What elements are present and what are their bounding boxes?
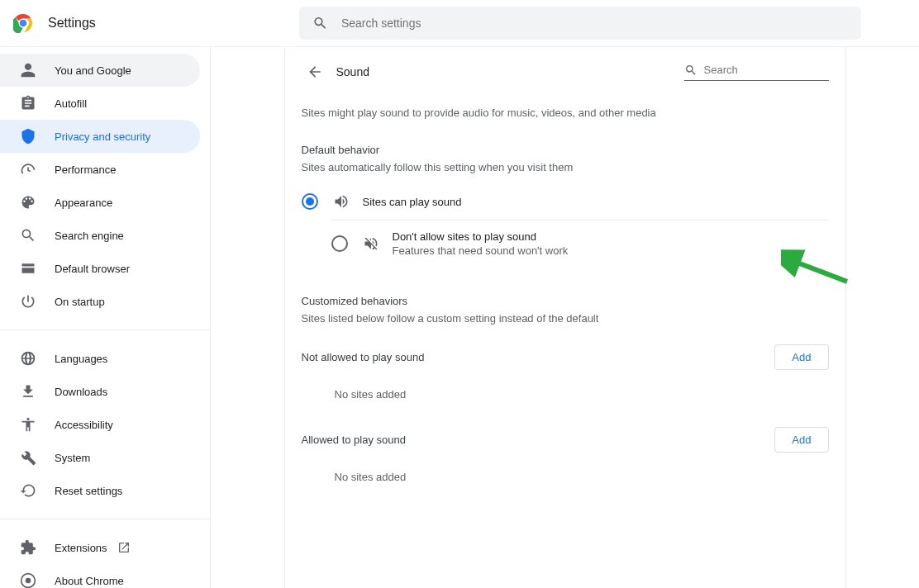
sidebar-item-label: Reset settings bbox=[55, 485, 122, 497]
sidebar-divider bbox=[0, 519, 210, 519]
download-icon bbox=[20, 383, 36, 400]
search-icon bbox=[684, 64, 698, 77]
sidebar-item-label: About Chrome bbox=[55, 575, 124, 587]
sidebar-item-label: On startup bbox=[55, 296, 105, 308]
default-behavior-subtitle: Sites automatically follow this setting … bbox=[302, 161, 829, 183]
add-allowed-button[interactable]: Add bbox=[774, 427, 828, 453]
search-icon bbox=[312, 15, 328, 31]
sidebar-item-label: Downloads bbox=[55, 386, 107, 398]
sidebar-item-label: Search engine bbox=[55, 230, 124, 242]
sidebar-item-appearance[interactable]: Appearance bbox=[0, 186, 200, 219]
sidebar-item-languages[interactable]: Languages bbox=[0, 342, 200, 375]
panel-search[interactable] bbox=[684, 64, 829, 81]
option-block-label: Don't allow sites to play sound bbox=[393, 230, 569, 243]
option-allow-sound[interactable]: Sites can play sound bbox=[302, 183, 829, 220]
sidebar-item-autofill[interactable]: Autofill bbox=[0, 87, 200, 120]
allowed-empty: No sites added bbox=[302, 462, 829, 500]
chrome-icon bbox=[20, 572, 36, 588]
sidebar-item-label: Default browser bbox=[55, 263, 130, 275]
sidebar-item-label: Appearance bbox=[55, 197, 112, 209]
palette-icon bbox=[20, 194, 36, 211]
svg-point-2 bbox=[20, 20, 27, 27]
option-allow-label: Sites can play sound bbox=[363, 196, 462, 208]
radio-checked-icon bbox=[302, 193, 318, 210]
not-allowed-label: Not allowed to play sound bbox=[302, 351, 425, 363]
arrow-back-icon bbox=[307, 64, 323, 80]
global-search[interactable] bbox=[299, 7, 861, 40]
sidebar-item-label: Privacy and security bbox=[55, 130, 150, 143]
sidebar-item-label: You and Google bbox=[55, 64, 131, 77]
extension-icon bbox=[20, 539, 36, 556]
sidebar-item-downloads[interactable]: Downloads bbox=[0, 375, 200, 408]
sidebar-item-reset-settings[interactable]: Reset settings bbox=[0, 474, 200, 507]
default-behavior-title: Default behavior bbox=[302, 139, 829, 161]
panel-search-input[interactable] bbox=[704, 64, 820, 76]
sidebar-item-search-engine[interactable]: Search engine bbox=[0, 219, 200, 252]
not-allowed-row: Not allowed to play sound Add bbox=[302, 334, 829, 380]
customized-behaviors-title: Customized behaviors bbox=[302, 290, 829, 312]
person-icon bbox=[20, 62, 36, 78]
volume-off-icon bbox=[363, 235, 379, 252]
add-not-allowed-button[interactable]: Add bbox=[774, 344, 828, 370]
sidebar-item-on-startup[interactable]: On startup bbox=[0, 285, 200, 318]
panel-title: Sound bbox=[336, 65, 369, 78]
restore-icon bbox=[20, 482, 36, 499]
open-in-new-icon bbox=[117, 541, 131, 554]
app-title: Settings bbox=[48, 16, 96, 31]
app-header: Settings bbox=[0, 0, 919, 46]
sound-settings-panel: Sound Sites might play sound to provide … bbox=[284, 47, 846, 588]
radio-unchecked-icon bbox=[331, 235, 348, 252]
customized-behaviors-subtitle: Sites listed below follow a custom setti… bbox=[302, 312, 829, 334]
global-search-input[interactable] bbox=[341, 17, 848, 30]
allowed-row: Allowed to play sound Add bbox=[302, 417, 829, 462]
search-icon bbox=[20, 227, 36, 244]
svg-point-4 bbox=[26, 578, 31, 584]
sidebar-item-label: Accessibility bbox=[55, 419, 113, 431]
sidebar-divider bbox=[0, 330, 210, 330]
sidebar-item-label: Languages bbox=[55, 353, 107, 365]
power-icon bbox=[20, 293, 36, 310]
chrome-logo-icon bbox=[13, 13, 33, 33]
sidebar-item-performance[interactable]: Performance bbox=[0, 153, 200, 186]
option-block-sublabel: Features that need sound won't work bbox=[393, 244, 569, 257]
assignment-icon bbox=[20, 95, 36, 111]
sidebar-item-extensions[interactable]: Extensions bbox=[0, 531, 200, 564]
allowed-label: Allowed to play sound bbox=[302, 434, 406, 446]
browser-icon bbox=[20, 260, 36, 277]
sidebar-item-default-browser[interactable]: Default browser bbox=[0, 252, 200, 285]
shield-icon bbox=[20, 128, 36, 145]
option-block-sound[interactable]: Don't allow sites to play sound Features… bbox=[331, 220, 829, 267]
speedometer-icon bbox=[20, 161, 36, 178]
back-button[interactable] bbox=[302, 59, 328, 85]
sidebar-item-label: Performance bbox=[55, 164, 116, 176]
sidebar-item-label: System bbox=[55, 452, 90, 464]
sidebar-item-accessibility[interactable]: Accessibility bbox=[0, 408, 200, 441]
content-area: Sound Sites might play sound to provide … bbox=[210, 47, 919, 588]
intro-text: Sites might play sound to provide audio … bbox=[302, 97, 829, 139]
sidebar-item-you-and-google[interactable]: You and Google bbox=[0, 54, 200, 87]
wrench-icon bbox=[20, 449, 36, 466]
sidebar-item-privacy-and-security[interactable]: Privacy and security bbox=[0, 120, 200, 153]
globe-icon bbox=[20, 350, 36, 367]
not-allowed-empty: No sites added bbox=[302, 380, 829, 417]
sidebar-item-label: Autofill bbox=[55, 97, 87, 110]
settings-sidebar: You and Google Autofill Privacy and secu… bbox=[0, 47, 210, 588]
accessibility-icon bbox=[20, 416, 36, 433]
sidebar-item-about-chrome[interactable]: About Chrome bbox=[0, 564, 200, 588]
volume-up-icon bbox=[333, 193, 350, 210]
sidebar-item-system[interactable]: System bbox=[0, 441, 200, 474]
sidebar-item-label: Extensions bbox=[55, 542, 107, 554]
